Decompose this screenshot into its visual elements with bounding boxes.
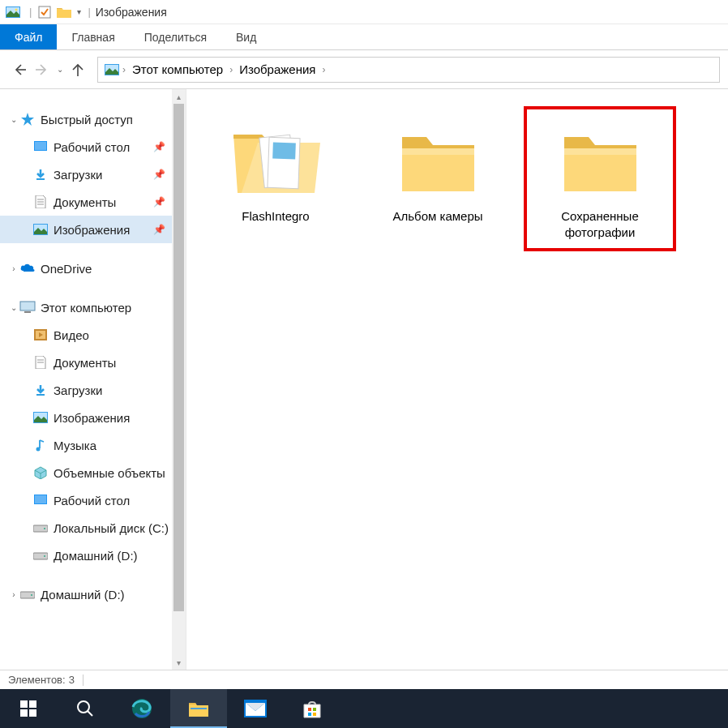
taskbar-search-button[interactable]: [57, 689, 113, 728]
taskbar-explorer-button[interactable]: [170, 689, 227, 728]
folder-label: Альбом камеры: [393, 208, 483, 225]
status-bar: Элементов: 3: [0, 670, 728, 689]
tree-quick-desktop[interactable]: Рабочий стол 📌: [0, 133, 172, 161]
svg-rect-51: [191, 708, 207, 709]
svg-rect-53: [308, 708, 311, 711]
folder-label: FlashIntegro: [242, 208, 309, 225]
svg-rect-39: [20, 592, 35, 598]
star-icon: [19, 111, 36, 127]
tree-quick-documents[interactable]: Документы 📌: [0, 188, 172, 216]
tree-quick-access[interactable]: ⌄ Быстрый доступ: [0, 105, 172, 133]
svg-rect-21: [20, 302, 35, 310]
chevron-right-icon[interactable]: ›: [8, 590, 19, 599]
svg-line-49: [88, 711, 92, 716]
svg-point-3: [15, 8, 18, 11]
tree-pc-drive-d[interactable]: Домашний (D:): [0, 542, 172, 569]
tree-pc-music[interactable]: Музыка: [0, 431, 172, 459]
svg-point-40: [31, 594, 32, 596]
ribbon-tab-share[interactable]: Поделиться: [130, 24, 221, 49]
tree-quick-downloads[interactable]: Загрузки 📌: [0, 161, 172, 188]
desktop-icon: [32, 139, 49, 155]
drive-icon: [32, 547, 49, 563]
scrollbar-down-icon[interactable]: ▾: [172, 655, 186, 670]
tree-pc-3d[interactable]: Объемные объекты: [0, 459, 172, 486]
downloads-icon: [32, 382, 49, 398]
svg-rect-45: [29, 700, 36, 708]
nav-up-button[interactable]: [66, 58, 89, 81]
pin-icon: 📌: [153, 169, 165, 180]
drive-icon: [32, 520, 49, 536]
folder-tree: ⌄ Быстрый доступ Рабочий стол 📌 Загрузки…: [0, 89, 172, 670]
tree-extra-drive-d[interactable]: › Домашний (D:): [0, 580, 172, 608]
folder-flashintegro[interactable]: FlashIntegro: [203, 109, 349, 231]
chevron-down-icon[interactable]: ⌄: [8, 303, 19, 312]
breadcrumb-this-pc[interactable]: Этот компьютер: [127, 62, 228, 76]
tree-pc-drive-c[interactable]: Локальный диск (C:): [0, 514, 172, 542]
computer-icon: [19, 299, 36, 315]
breadcrumb-separator[interactable]: ›: [320, 64, 327, 75]
svg-rect-54: [313, 708, 316, 711]
ribbon-tab-home[interactable]: Главная: [57, 24, 129, 49]
tree-pc-documents[interactable]: Документы: [0, 349, 172, 376]
ribbon-tab-file[interactable]: Файл: [0, 24, 57, 49]
folder-camera-album[interactable]: Альбом камеры: [365, 109, 511, 231]
folder-icon: [551, 116, 649, 205]
svg-rect-35: [33, 525, 48, 532]
svg-rect-37: [33, 553, 48, 559]
nav-back-button[interactable]: [8, 58, 31, 81]
taskbar-edge-button[interactable]: [113, 689, 170, 728]
window-title: Изображения: [96, 6, 167, 19]
pin-icon: 📌: [153, 224, 165, 235]
tree-scrollbar[interactable]: ▴ ▾: [172, 89, 186, 670]
tree-pc-downloads[interactable]: Загрузки: [0, 376, 172, 404]
ribbon-tab-view[interactable]: Вид: [221, 24, 271, 49]
folder-saved-photos[interactable]: Сохраненные фотографии: [527, 109, 673, 248]
folder-icon: [389, 116, 486, 205]
pin-icon: 📌: [153, 196, 165, 208]
content-area[interactable]: FlashIntegro Альбом камеры Сохраненн: [186, 89, 728, 670]
documents-icon: [32, 354, 49, 370]
address-bar[interactable]: › Этот компьютер › Изображения ›: [97, 57, 720, 83]
folder-label: Сохраненные фотографии: [533, 208, 666, 242]
nav-history-dropdown[interactable]: ⌄: [54, 58, 66, 81]
scrollbar-track[interactable]: [172, 104, 186, 655]
folder-icon: [227, 116, 324, 205]
tree-quick-pictures[interactable]: Изображения 📌: [0, 216, 172, 243]
tree-this-pc[interactable]: ⌄ Этот компьютер: [0, 293, 172, 321]
main-area: ⌄ Быстрый доступ Рабочий стол 📌 Загрузки…: [0, 89, 728, 670]
svg-rect-46: [20, 709, 28, 717]
breadcrumb-separator[interactable]: ›: [121, 64, 127, 75]
scrollbar-up-icon[interactable]: ▴: [172, 89, 186, 104]
tree-pc-desktop[interactable]: Рабочий стол: [0, 486, 172, 514]
chevron-down-icon[interactable]: ⌄: [8, 115, 19, 124]
music-icon: [32, 437, 49, 453]
tree-onedrive[interactable]: › OneDrive: [0, 255, 172, 282]
taskbar-mail-button[interactable]: [227, 689, 284, 728]
nav-bar: ⌄ › Этот компьютер › Изображения ›: [0, 50, 728, 89]
navigation-pane: ⌄ Быстрый доступ Рабочий стол 📌 Загрузки…: [0, 89, 186, 670]
downloads-icon: [32, 166, 49, 182]
breadcrumb-separator[interactable]: ›: [228, 64, 234, 75]
tree-pc-videos[interactable]: Видео: [0, 321, 172, 349]
nav-forward-button[interactable]: [31, 58, 54, 81]
breadcrumb-pictures[interactable]: Изображения: [234, 62, 320, 76]
desktop-icon: [32, 492, 49, 508]
svg-point-48: [78, 701, 89, 713]
scrollbar-thumb[interactable]: [173, 104, 184, 611]
tree-pc-pictures[interactable]: Изображения: [0, 404, 172, 431]
cube-icon: [32, 465, 49, 481]
qat-dropdown-icon[interactable]: ▾: [75, 7, 83, 16]
taskbar-store-button[interactable]: [284, 689, 340, 728]
separator: |: [88, 6, 90, 18]
qat-checkbox-icon[interactable]: [36, 5, 53, 19]
drive-icon: [19, 586, 36, 602]
taskbar-start-button[interactable]: [0, 689, 57, 728]
chevron-right-icon[interactable]: ›: [8, 264, 19, 273]
taskbar: [0, 689, 728, 728]
pin-icon: 📌: [153, 141, 165, 152]
qat-folder-icon[interactable]: [56, 5, 72, 19]
svg-rect-44: [20, 700, 28, 708]
status-items-label: Элементов:: [8, 674, 66, 686]
svg-point-36: [44, 528, 45, 529]
svg-point-38: [44, 555, 45, 557]
